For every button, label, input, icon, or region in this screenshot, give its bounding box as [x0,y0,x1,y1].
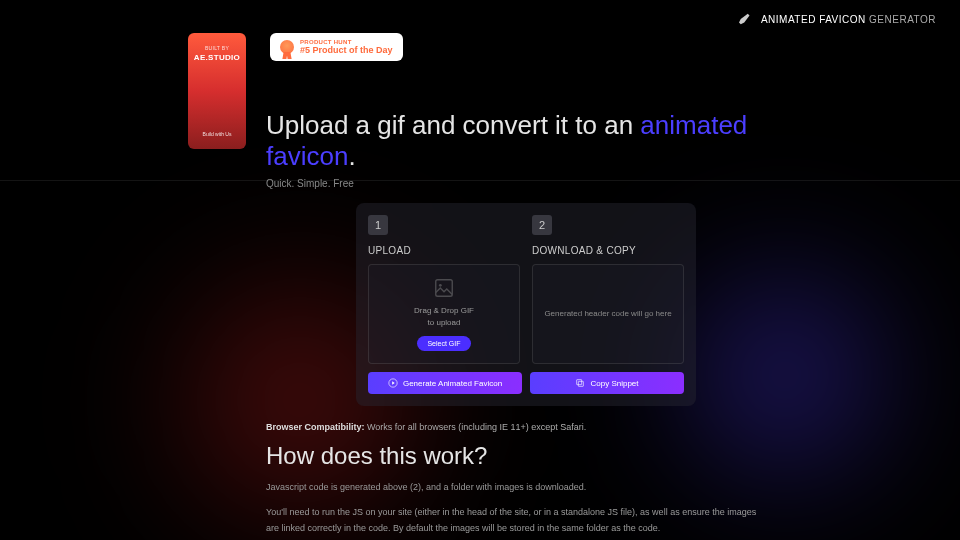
studio-name: AE.STUDIO [194,53,240,62]
how-heading: How does this work? [266,442,786,470]
step-download: 2 DOWNLOAD & COPY Generated header code … [532,215,684,364]
brand-name: ANIMATED FAVICON GENERATOR [761,14,936,25]
rocket-icon [739,12,753,26]
code-placeholder: Generated header code will go here [536,308,679,319]
compatibility-note: Browser Compatibility: Works for all bro… [266,422,786,432]
copy-icon [575,378,585,388]
svg-rect-0 [436,280,453,297]
step-label: UPLOAD [368,245,520,256]
how-paragraph-1: Javascript code is generated above (2), … [266,480,766,495]
step-number: 1 [368,215,388,235]
badge-rank: #5 Product of the Day [300,45,393,55]
how-paragraph-2: You'll need to run the JS on your site (… [266,505,766,536]
select-gif-button[interactable]: Select GIF [417,336,470,351]
step-label: DOWNLOAD & COPY [532,245,684,256]
ribbon-icon [280,40,294,54]
step-number: 2 [532,215,552,235]
svg-point-1 [439,284,442,287]
step-upload: 1 UPLOAD Drag & Drop GIFto upload Select… [368,215,520,364]
tagline: Quick. Simple. Free [266,178,786,189]
converter-panel: 1 UPLOAD Drag & Drop GIFto upload Select… [356,203,696,406]
svg-rect-4 [577,380,582,385]
site-header: ANIMATED FAVICON GENERATOR [739,12,936,26]
generate-button[interactable]: Generate Animated Favicon [368,372,522,394]
product-hunt-badge[interactable]: PRODUCT HUNT #5 Product of the Day [270,33,403,61]
play-icon [388,378,398,388]
builder-card[interactable]: BUILT BY AE.STUDIO Build with Us [188,33,246,149]
drop-zone[interactable]: Drag & Drop GIFto upload Select GIF [368,264,520,364]
build-with-us-link[interactable]: Build with Us [203,131,232,137]
code-output: Generated header code will go here [532,264,684,364]
built-by-label: BUILT BY [194,45,240,51]
page-headline: Upload a gif and convert it to an animat… [266,110,786,172]
drop-text: Drag & Drop GIFto upload [414,305,474,327]
image-icon [433,277,455,299]
svg-rect-3 [579,381,584,386]
copy-button[interactable]: Copy Snippet [530,372,684,394]
